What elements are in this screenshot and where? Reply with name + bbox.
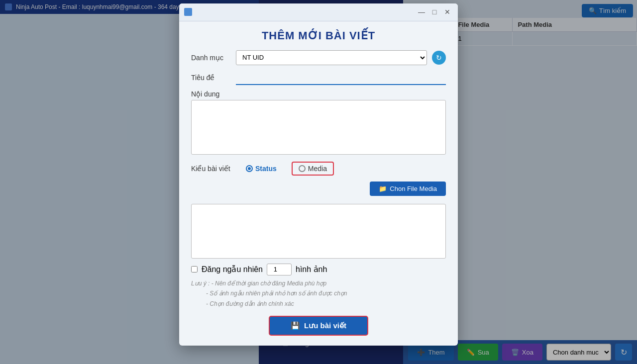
modal-dialog: — □ ✕ THÊM MỚI BÀI VIẾT Danh mục NT UID … — [179, 3, 458, 346]
modal-app-icon — [184, 8, 192, 16]
refresh2-icon: ↻ — [436, 54, 442, 62]
maximize-button[interactable]: □ — [429, 6, 440, 17]
danh-muc-label: Danh mục — [191, 54, 231, 62]
modal-overlay: — □ ✕ THÊM MỚI BÀI VIẾT Danh mục NT UID … — [0, 0, 637, 364]
choose-file-media-button[interactable]: 📁 Chon File Media — [370, 182, 446, 196]
notes-text: Lưu ý : - Nên để thời gian chờ đăng Medi… — [191, 278, 446, 309]
so-anh-input[interactable] — [267, 264, 292, 275]
kieu-bai-viet-label: Kiểu bài viết — [191, 165, 231, 173]
hinh-anh-label: hình ảnh — [296, 265, 327, 274]
modal-title: THÊM MỚI BÀI VIẾT — [191, 29, 446, 42]
modal-window-controls: — □ ✕ — [416, 6, 453, 17]
modal-titlebar-left — [184, 8, 192, 16]
radio-status-label: Status — [255, 165, 277, 173]
tieu-de-row: Tiêu đề — [191, 70, 446, 85]
radio-media-label: Media — [308, 165, 327, 173]
radio-media[interactable]: Media — [292, 162, 334, 176]
danh-muc-select[interactable]: NT UID — [236, 50, 427, 65]
danh-muc-refresh-button[interactable]: ↻ — [432, 51, 446, 65]
modal-titlebar: — □ ✕ — [179, 3, 458, 21]
radio-status-dot — [246, 165, 253, 172]
close-button[interactable]: ✕ — [442, 6, 453, 17]
dang-ngau-nhien-label: Đăng ngẫu nhiên — [202, 265, 263, 274]
dang-ngau-nhien-row: Đăng ngẫu nhiên hình ảnh — [191, 264, 446, 275]
modal-body: THÊM MỚI BÀI VIẾT Danh mục NT UID ↻ Tiêu… — [179, 21, 458, 346]
save-icon: 💾 — [291, 321, 300, 330]
choose-file-row: 📁 Chon File Media — [191, 182, 446, 200]
tieu-de-label: Tiêu đề — [191, 74, 231, 82]
choose-file-label: Chon File Media — [390, 185, 437, 192]
media-preview-box — [191, 204, 446, 259]
file-icon: 📁 — [379, 185, 387, 192]
radio-status[interactable]: Status — [246, 165, 277, 173]
noi-dung-label: Nội dung — [191, 90, 446, 98]
kieu-bai-viet-row: Kiểu bài viết Status Media — [191, 162, 446, 176]
noi-dung-textarea[interactable] — [191, 100, 446, 155]
dang-ngau-nhien-checkbox[interactable] — [191, 266, 198, 273]
save-label: Lưu bài viết — [304, 321, 346, 330]
radio-media-dot — [299, 165, 306, 172]
danh-muc-row: Danh mục NT UID ↻ — [191, 50, 446, 65]
noi-dung-section: Nội dung — [191, 90, 446, 157]
tieu-de-input[interactable] — [236, 70, 446, 85]
minimize-button[interactable]: — — [416, 6, 427, 17]
save-button[interactable]: 💾 Lưu bài viết — [269, 316, 368, 336]
